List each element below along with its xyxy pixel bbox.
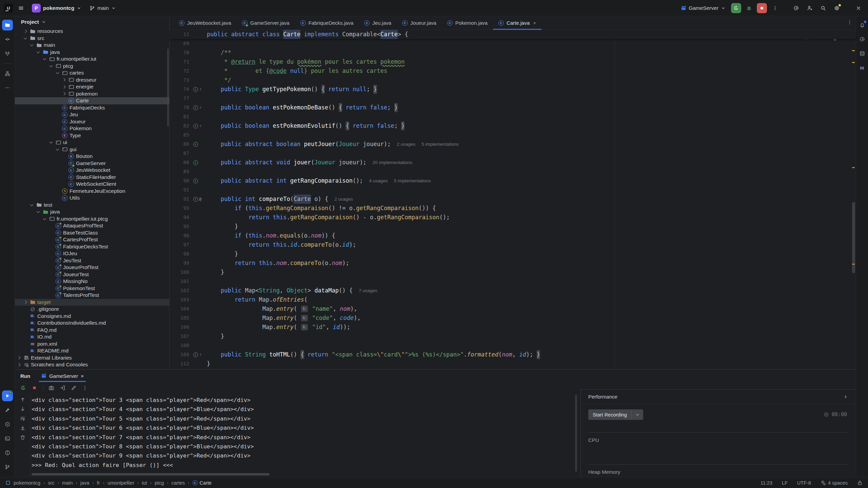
line-number[interactable]: 109 — [170, 350, 189, 359]
tool-strip-button-maven[interactable]: m — [857, 62, 868, 73]
tool-strip-button-terminal[interactable] — [2, 433, 13, 444]
tree-item-src[interactable]: src — [15, 35, 169, 42]
fold-arrow-icon[interactable]: › — [199, 123, 202, 128]
tree-item-jeuwebsocket[interactable]: CJeuWebsocket — [15, 167, 169, 174]
editor-tab-jeu-java[interactable]: CJeu.java — [359, 16, 397, 29]
rerun-button[interactable] — [20, 385, 26, 391]
code-line-106[interactable]: 106 Map.entry( k: "id", id)); — [170, 323, 856, 332]
tree-item-utils[interactable]: CUtils — [15, 195, 169, 202]
breadcrumb[interactable]: pokemontcg›src›main›java›fr›umontpellier… — [5, 480, 212, 486]
code-line-89[interactable]: 89 — [170, 167, 856, 176]
soft-wrap-button[interactable] — [20, 416, 25, 421]
tree-item-fr-umontpellier-iut[interactable]: fr.umontpellier.iut — [15, 56, 169, 63]
tree-chevron-icon[interactable] — [17, 363, 21, 366]
tree-chevron-icon[interactable] — [62, 85, 66, 88]
tree-chevron-icon[interactable] — [50, 64, 53, 67]
tree-item-gameserver[interactable]: CGameServer — [15, 160, 169, 167]
code-line-88[interactable]: 88↓ public abstract void jouer(Joueur jo… — [170, 158, 856, 167]
tool-strip-button-database[interactable] — [857, 48, 868, 59]
line-number[interactable]: 104 — [170, 304, 189, 313]
implements-marker-icon[interactable]: ↑ — [193, 197, 198, 202]
breadcrumb-item-fr[interactable]: fr — [97, 480, 100, 486]
tree-item-readme-md[interactable]: M↓README.md — [15, 347, 169, 354]
editor-tab-carte-java[interactable]: CCarte.java× — [493, 16, 541, 29]
tree-item-pom-xml[interactable]: mpom.xml — [15, 341, 169, 348]
tree-item-iojeu[interactable]: CIOJeu — [15, 250, 169, 257]
code-line-81[interactable]: 81 — [170, 112, 856, 121]
code-line-99[interactable]: 99 return this.nom.compareTo(o.nom); — [170, 259, 856, 268]
run-tab-gameserver[interactable]: GameServer × — [39, 370, 86, 382]
code-line-70[interactable]: 70 /** — [170, 48, 856, 57]
editor-tab-fabriquedecks-java[interactable]: CFabriqueDecks.java — [295, 16, 359, 29]
tool-strip-button-services[interactable] — [2, 419, 13, 430]
code-line-95[interactable]: 95 } — [170, 222, 856, 231]
scroll-to-end-button[interactable] — [20, 425, 25, 431]
tree-item-faq-md[interactable]: M↓FAQ.md — [15, 327, 169, 334]
console-output[interactable]: <div class="section">Tour 3 <span class=… — [32, 394, 580, 472]
tree-item-pokemon[interactable]: pokemon — [15, 90, 169, 98]
code-line-100[interactable]: 100 } — [170, 268, 856, 277]
code-line-105[interactable]: 105 Map.entry( k: "code", code), — [170, 313, 856, 323]
line-number[interactable]: 73 — [170, 76, 189, 85]
tree-item-io-md[interactable]: M↓IO.md — [15, 333, 169, 341]
file-encoding[interactable]: UTF-8 — [797, 480, 811, 486]
line-number[interactable]: 77 — [170, 94, 189, 103]
code-line-78[interactable]: 78↓› public boolean estPokemonDeBase() {… — [170, 103, 856, 112]
close-icon[interactable]: × — [81, 373, 84, 379]
tree-item-ptcg[interactable]: ptcg — [15, 63, 169, 70]
editor-tab-jeuwebsocket-java[interactable]: CJeuWebsocket.java — [174, 16, 237, 29]
search-everywhere-button[interactable] — [818, 3, 829, 14]
line-number[interactable]: 88 — [170, 158, 189, 167]
line-number[interactable]: 69 — [170, 39, 189, 48]
line-number[interactable]: 101 — [170, 277, 189, 286]
tree-item-pokemontest[interactable]: CPokemonTest — [15, 285, 169, 292]
warning-mark[interactable] — [852, 50, 855, 51]
gutter[interactable]: ↓ — [189, 160, 207, 165]
breadcrumb-item-java[interactable]: java — [80, 480, 90, 486]
code-line-91[interactable]: 91 — [170, 185, 856, 195]
tab-close-icon[interactable]: × — [533, 20, 536, 26]
breadcrumb-item-umontpellier[interactable]: umontpellier — [107, 480, 134, 486]
tool-strip-button-commit[interactable] — [2, 34, 13, 45]
line-number[interactable]: 108 — [170, 341, 189, 350]
more-run-options-button[interactable] — [770, 3, 781, 14]
overridden-marker-icon[interactable]: ↓ — [193, 124, 198, 128]
caret-position[interactable]: 11:23 — [761, 480, 772, 486]
editor-tab-pokemon-java[interactable]: CPokemon.java — [442, 16, 493, 29]
tree-item-joueurproftest[interactable]: CJoueurProfTest — [15, 264, 169, 271]
more-options-button[interactable] — [82, 385, 88, 391]
tree-item--gitignore[interactable]: .gitignore — [15, 306, 169, 313]
tree-chevron-icon[interactable] — [43, 217, 46, 220]
tree-scrollbar[interactable] — [167, 48, 169, 126]
code-line-77[interactable]: 77 — [170, 94, 856, 103]
code-line-86[interactable]: 86↓ public abstract boolean peutJouer(Jo… — [170, 140, 856, 149]
tree-item-gui[interactable]: gui — [15, 146, 169, 153]
breadcrumb-item-pokemontcg[interactable]: pokemontcg — [14, 480, 40, 486]
tree-chevron-icon[interactable] — [30, 203, 34, 206]
tool-strip-button-problems[interactable] — [2, 447, 13, 458]
breadcrumb-item-iut[interactable]: iut — [142, 480, 147, 486]
code-line-109[interactable]: 109↓› public String toHTML() { return "<… — [170, 350, 856, 359]
tree-item-attaquesproftest[interactable]: CAttaquesProfTest — [15, 222, 169, 229]
overridden-marker-icon[interactable]: ↓ — [193, 87, 198, 92]
editor-tab-joueur-java[interactable]: CJoueur.java — [397, 16, 442, 29]
tree-chevron-icon[interactable] — [50, 140, 53, 144]
tree-item-fabriquedeckstest[interactable]: CFabriqueDecksTest — [15, 243, 169, 250]
rerun-button[interactable] — [731, 3, 741, 13]
tree-item-fr-umontpellier-iut-ptcg[interactable]: fr.umontpellier.iut.ptcg — [15, 216, 169, 223]
tree-chevron-icon[interactable] — [37, 50, 40, 53]
restore-layout-button[interactable] — [60, 385, 65, 391]
tree-item-java[interactable]: java — [15, 49, 169, 56]
vcs-widget[interactable]: main — [87, 4, 119, 13]
tree-item-carte[interactable]: CCarte — [15, 97, 169, 104]
line-number[interactable]: 93 — [170, 204, 189, 213]
tree-item-type[interactable]: EType — [15, 132, 169, 139]
line-number[interactable]: 70 — [170, 48, 189, 57]
tree-chevron-icon[interactable] — [62, 92, 66, 96]
code-line-72[interactable]: 72 * et {@code null} pour les autres car… — [170, 66, 856, 76]
code-line-71[interactable]: 71 * @return le type du pokémon pour les… — [170, 57, 856, 66]
clear-all-button[interactable] — [20, 435, 25, 440]
console-vertical-scrollbar[interactable] — [575, 395, 577, 472]
tree-chevron-icon[interactable] — [24, 29, 27, 33]
run-configuration-widget[interactable]: GameServer — [678, 4, 728, 13]
